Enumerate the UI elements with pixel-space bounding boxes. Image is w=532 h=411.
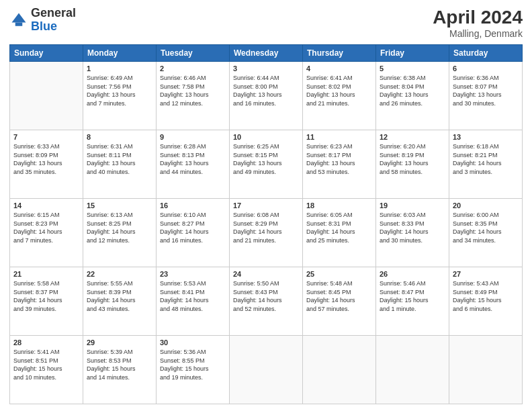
day-info: Sunrise: 6:46 AMSunset: 7:58 PMDaylight:…	[160, 74, 226, 107]
calendar-cell: 25Sunrise: 5:48 AMSunset: 8:45 PMDayligh…	[303, 267, 376, 336]
weekday-header-monday: Monday	[83, 45, 157, 62]
day-number: 3	[233, 64, 299, 73]
calendar-cell: 6Sunrise: 6:36 AMSunset: 8:07 PMDaylight…	[449, 62, 523, 130]
day-number: 15	[87, 201, 152, 210]
calendar-cell: 21Sunrise: 5:58 AMSunset: 8:37 PMDayligh…	[10, 267, 83, 336]
calendar-cell: 11Sunrise: 6:23 AMSunset: 8:17 PMDayligh…	[303, 130, 376, 199]
day-info: Sunrise: 6:33 AMSunset: 8:09 PMDaylight:…	[13, 142, 79, 176]
day-number: 10	[233, 133, 299, 141]
calendar-cell: 20Sunrise: 6:00 AMSunset: 8:35 PMDayligh…	[449, 199, 523, 267]
weekday-header-sunday: Sunday	[10, 45, 83, 62]
day-number: 27	[453, 270, 519, 278]
day-number: 16	[160, 201, 226, 210]
weekday-header-row: SundayMondayTuesdayWednesdayThursdayFrid…	[10, 45, 523, 62]
day-number: 18	[306, 201, 372, 210]
day-number: 26	[380, 270, 445, 278]
calendar-cell: 7Sunrise: 6:33 AMSunset: 8:09 PMDaylight…	[10, 130, 83, 199]
day-info: Sunrise: 6:41 AMSunset: 8:02 PMDaylight:…	[306, 74, 372, 107]
location: Malling, Denmark	[433, 28, 523, 39]
calendar-cell	[230, 336, 303, 404]
day-info: Sunrise: 5:53 AMSunset: 8:41 PMDaylight:…	[160, 279, 226, 313]
day-info: Sunrise: 5:41 AMSunset: 8:51 PMDaylight:…	[13, 348, 79, 381]
day-number: 4	[306, 64, 372, 73]
day-number: 6	[453, 64, 519, 73]
day-number: 23	[160, 270, 226, 278]
day-number: 20	[453, 201, 519, 210]
calendar-cell: 30Sunrise: 5:36 AMSunset: 8:55 PMDayligh…	[157, 336, 230, 404]
day-info: Sunrise: 6:20 AMSunset: 8:19 PMDaylight:…	[380, 142, 445, 176]
calendar-cell: 24Sunrise: 5:50 AMSunset: 8:43 PMDayligh…	[230, 267, 303, 336]
day-info: Sunrise: 6:15 AMSunset: 8:23 PMDaylight:…	[13, 211, 79, 244]
day-info: Sunrise: 6:31 AMSunset: 8:11 PMDaylight:…	[87, 142, 152, 176]
calendar-cell: 1Sunrise: 6:49 AMSunset: 7:56 PMDaylight…	[83, 62, 157, 130]
week-row-0: 1Sunrise: 6:49 AMSunset: 7:56 PMDaylight…	[10, 62, 523, 130]
day-info: Sunrise: 6:23 AMSunset: 8:17 PMDaylight:…	[306, 142, 372, 176]
day-info: Sunrise: 5:43 AMSunset: 8:49 PMDaylight:…	[453, 279, 519, 313]
day-info: Sunrise: 5:55 AMSunset: 8:39 PMDaylight:…	[87, 279, 152, 313]
calendar-cell: 19Sunrise: 6:03 AMSunset: 8:33 PMDayligh…	[376, 199, 449, 267]
day-info: Sunrise: 6:00 AMSunset: 8:35 PMDaylight:…	[453, 211, 519, 244]
calendar-cell: 4Sunrise: 6:41 AMSunset: 8:02 PMDaylight…	[303, 62, 376, 130]
week-row-2: 14Sunrise: 6:15 AMSunset: 8:23 PMDayligh…	[10, 199, 523, 267]
day-number: 11	[306, 133, 372, 141]
logo: General Blue	[9, 7, 76, 34]
day-number: 9	[160, 133, 226, 141]
calendar-cell	[10, 62, 83, 130]
day-number: 17	[233, 201, 299, 210]
day-info: Sunrise: 5:58 AMSunset: 8:37 PMDaylight:…	[13, 279, 79, 313]
weekday-header-saturday: Saturday	[449, 45, 523, 62]
calendar-cell: 3Sunrise: 6:44 AMSunset: 8:00 PMDaylight…	[230, 62, 303, 130]
day-number: 24	[233, 270, 299, 278]
day-info: Sunrise: 5:39 AMSunset: 8:53 PMDaylight:…	[87, 348, 152, 381]
day-info: Sunrise: 6:49 AMSunset: 7:56 PMDaylight:…	[87, 74, 152, 107]
calendar-cell: 29Sunrise: 5:39 AMSunset: 8:53 PMDayligh…	[83, 336, 157, 404]
calendar-cell	[376, 336, 449, 404]
day-info: Sunrise: 6:36 AMSunset: 8:07 PMDaylight:…	[453, 74, 519, 107]
weekday-header-wednesday: Wednesday	[230, 45, 303, 62]
day-number: 12	[380, 133, 445, 141]
logo-general: General	[31, 6, 76, 19]
day-info: Sunrise: 5:50 AMSunset: 8:43 PMDaylight:…	[233, 279, 299, 313]
day-info: Sunrise: 6:03 AMSunset: 8:33 PMDaylight:…	[380, 211, 445, 244]
logo-icon	[9, 11, 28, 30]
week-row-4: 28Sunrise: 5:41 AMSunset: 8:51 PMDayligh…	[10, 336, 523, 404]
day-number: 5	[380, 64, 445, 73]
day-number: 22	[87, 270, 152, 278]
day-info: Sunrise: 6:05 AMSunset: 8:31 PMDaylight:…	[306, 211, 372, 244]
calendar-cell: 26Sunrise: 5:46 AMSunset: 8:47 PMDayligh…	[376, 267, 449, 336]
calendar-cell: 13Sunrise: 6:18 AMSunset: 8:21 PMDayligh…	[449, 130, 523, 199]
day-info: Sunrise: 6:44 AMSunset: 8:00 PMDaylight:…	[233, 74, 299, 107]
calendar-cell: 9Sunrise: 6:28 AMSunset: 8:13 PMDaylight…	[157, 130, 230, 199]
weekday-header-tuesday: Tuesday	[157, 45, 230, 62]
day-number: 29	[87, 338, 152, 347]
svg-rect-1	[15, 22, 23, 26]
calendar-cell: 10Sunrise: 6:25 AMSunset: 8:15 PMDayligh…	[230, 130, 303, 199]
week-row-1: 7Sunrise: 6:33 AMSunset: 8:09 PMDaylight…	[10, 130, 523, 199]
day-info: Sunrise: 6:13 AMSunset: 8:25 PMDaylight:…	[87, 211, 152, 244]
weekday-header-friday: Friday	[376, 45, 449, 62]
day-info: Sunrise: 6:08 AMSunset: 8:29 PMDaylight:…	[233, 211, 299, 244]
day-number: 8	[87, 133, 152, 141]
day-number: 25	[306, 270, 372, 278]
month-year: April 2024	[433, 7, 523, 28]
calendar-cell: 17Sunrise: 6:08 AMSunset: 8:29 PMDayligh…	[230, 199, 303, 267]
day-number: 13	[453, 133, 519, 141]
day-info: Sunrise: 5:46 AMSunset: 8:47 PMDaylight:…	[380, 279, 445, 313]
day-number: 28	[13, 338, 79, 347]
day-number: 19	[380, 201, 445, 210]
calendar-cell: 27Sunrise: 5:43 AMSunset: 8:49 PMDayligh…	[449, 267, 523, 336]
header: General Blue April 2024 Malling, Denmark	[9, 7, 523, 39]
day-number: 21	[13, 270, 79, 278]
day-info: Sunrise: 6:25 AMSunset: 8:15 PMDaylight:…	[233, 142, 299, 176]
calendar-cell: 23Sunrise: 5:53 AMSunset: 8:41 PMDayligh…	[157, 267, 230, 336]
day-number: 1	[87, 64, 152, 73]
day-info: Sunrise: 6:10 AMSunset: 8:27 PMDaylight:…	[160, 211, 226, 244]
calendar-cell	[449, 336, 523, 404]
day-info: Sunrise: 6:38 AMSunset: 8:04 PMDaylight:…	[380, 74, 445, 107]
day-number: 14	[13, 201, 79, 210]
calendar-body: 1Sunrise: 6:49 AMSunset: 7:56 PMDaylight…	[10, 62, 523, 404]
calendar-cell: 15Sunrise: 6:13 AMSunset: 8:25 PMDayligh…	[83, 199, 157, 267]
calendar-table: SundayMondayTuesdayWednesdayThursdayFrid…	[9, 44, 523, 404]
day-info: Sunrise: 6:18 AMSunset: 8:21 PMDaylight:…	[453, 142, 519, 176]
weekday-header-thursday: Thursday	[303, 45, 376, 62]
